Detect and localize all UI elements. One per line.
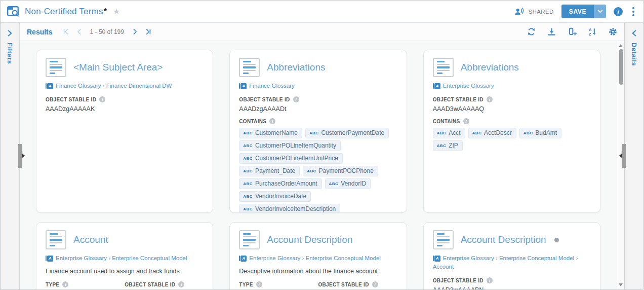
card-header: <Main Subject Area>	[46, 58, 204, 77]
next-page-icon[interactable]	[131, 28, 139, 35]
breadcrumb-link[interactable]: Enterprise Glossary	[249, 255, 300, 261]
more-options-icon[interactable]	[632, 11, 634, 13]
scrollbar-thumb[interactable]	[619, 49, 623, 85]
fields-row: TYPEEntityOBJECT STABLE IDAAAD3wAAAABC	[46, 281, 204, 289]
contains-tag[interactable]: ABCPurchaseOrderAmount	[239, 178, 321, 189]
breadcrumb-link[interactable]: Enterprise Conceptual Model	[306, 255, 381, 261]
term-title[interactable]: Account	[73, 234, 108, 245]
add-object-icon[interactable]	[568, 27, 577, 36]
glossary-icon	[239, 83, 247, 89]
breadcrumb: Enterprise Glossary › Enterprise Concept…	[46, 254, 204, 263]
field-value: AAADzgAAAAAK	[46, 105, 204, 113]
breadcrumb-links: Enterprise Glossary › Enterprise Concept…	[249, 255, 381, 261]
term-card[interactable]: Account Description Enterprise Glossary …	[423, 222, 600, 289]
field-value: AAADzgAAAADt	[239, 105, 397, 113]
details-panel-collapsed[interactable]: Details	[624, 23, 643, 289]
term-icon	[433, 58, 454, 77]
contains-tag[interactable]: ABCZIP	[433, 140, 463, 151]
glossary-icon	[46, 83, 53, 89]
term-card[interactable]: <Main Subject Area> Finance Glossary › F…	[36, 50, 213, 213]
term-card[interactable]: Abbreviations Finance Glossary OBJECT ST…	[229, 50, 407, 213]
abc-type-icon: ABC	[243, 131, 253, 135]
term-card[interactable]: Account Enterprise Glossary › Enterprise…	[36, 222, 213, 289]
results-tab[interactable]: Results	[27, 28, 53, 36]
scroll-up-arrow[interactable]	[619, 44, 623, 47]
header-bar: Non-Certified Terms * SHARED SAVE	[1, 1, 643, 23]
header-actions: SHARED SAVE	[514, 5, 636, 18]
contains-tag[interactable]: ABCCustomerPOLineItemQuantity	[239, 140, 341, 151]
info-icon	[372, 281, 378, 287]
term-description: Finance account used to assign and track…	[46, 267, 204, 275]
previous-page-icon[interactable]	[75, 28, 83, 35]
breadcrumb-links: Enterprise Glossary	[443, 83, 494, 89]
breadcrumb-link[interactable]: Finance Dimensional DW	[106, 83, 172, 89]
settings-gear-icon[interactable]	[609, 27, 617, 36]
breadcrumb-link[interactable]: Enterprise Glossary	[443, 83, 494, 89]
term-title[interactable]: Account Description	[267, 234, 352, 245]
term-title[interactable]: Account Description	[461, 234, 546, 245]
breadcrumb-link[interactable]: Finance Glossary	[56, 83, 101, 89]
contains-tag[interactable]: ABCBudAmt	[519, 128, 561, 138]
filters-panel-label[interactable]: Filters	[6, 43, 14, 64]
card-header: Abbreviations	[433, 58, 591, 77]
filters-drag-handle[interactable]	[18, 144, 22, 168]
download-icon[interactable]	[547, 27, 556, 36]
breadcrumb-link[interactable]: Finance Glossary	[249, 83, 294, 89]
app-window: Non-Certified Terms * SHARED SAVE	[0, 0, 644, 290]
term-card[interactable]: Account Description Enterprise Glossary …	[229, 222, 407, 289]
contains-tag[interactable]: ABCAcctDescr	[468, 128, 516, 138]
field: OBJECT STABLE IDAAAD3wAAAABC	[125, 281, 204, 289]
breadcrumb-link[interactable]: Account	[433, 264, 454, 270]
info-icon[interactable]	[614, 7, 623, 16]
card-header: Abbreviations	[239, 58, 397, 77]
refresh-icon[interactable]	[527, 27, 536, 36]
contains-tag[interactable]: ABCVendorInvoiceItemDescription	[239, 204, 340, 213]
breadcrumb: Enterprise Glossary	[433, 82, 591, 90]
card-header: Account Description	[239, 230, 397, 249]
page-title: Non-Certified Terms	[25, 7, 103, 17]
breadcrumb-link[interactable]: Enterprise Glossary	[56, 255, 107, 261]
sort-az-icon[interactable]: A Z	[588, 27, 597, 36]
save-split-button[interactable]: SAVE	[561, 5, 606, 18]
abc-type-icon: ABC	[243, 143, 253, 148]
expand-filters-icon[interactable]	[8, 30, 12, 37]
breadcrumb-link[interactable]: Enterprise Conceptual Model	[499, 255, 574, 261]
term-title[interactable]: <Main Subject Area>	[73, 62, 163, 73]
glossary-icon	[46, 256, 53, 262]
abc-type-icon: ABC	[437, 131, 447, 135]
term-title[interactable]: Abbreviations	[461, 62, 519, 73]
info-icon	[99, 96, 105, 102]
save-button[interactable]: SAVE	[561, 5, 594, 18]
contains-tag[interactable]: ABCCustomerPaymentDate	[305, 128, 389, 138]
term-card[interactable]: Abbreviations Enterprise Glossary OBJECT…	[423, 50, 600, 213]
contains-tag[interactable]: ABCPaymentPOCPhone	[303, 166, 378, 176]
breadcrumb-link[interactable]: Enterprise Glossary	[443, 255, 494, 261]
abc-type-icon: ABC	[243, 194, 253, 199]
details-drag-handle[interactable]	[622, 144, 626, 168]
field: TYPEEntity	[46, 281, 125, 289]
term-description: Descriptive information about the financ…	[239, 267, 397, 275]
svg-text:Z: Z	[589, 32, 591, 36]
details-panel-label[interactable]: Details	[630, 43, 638, 66]
last-page-icon[interactable]	[145, 28, 152, 35]
body: Filters Results 1 - 50 of 199	[1, 23, 643, 289]
info-icon	[269, 118, 275, 124]
svg-text:A: A	[589, 27, 592, 32]
term-icon	[46, 230, 66, 249]
term-title[interactable]: Abbreviations	[267, 62, 325, 73]
scroll-down-arrow[interactable]	[619, 283, 623, 286]
contains-tag[interactable]: ABCVendorInvoiceDate	[239, 191, 311, 202]
contains-tag[interactable]: ABCVendorID	[325, 178, 371, 189]
breadcrumb-link[interactable]: Enterprise Conceptual Model	[112, 255, 187, 261]
filters-panel-collapsed[interactable]: Filters	[1, 23, 20, 289]
expand-details-icon[interactable]	[632, 30, 636, 37]
contains-tag[interactable]: ABCCustomerName	[239, 128, 302, 138]
card-header: Account	[46, 230, 204, 249]
contains-tag[interactable]: ABCAcct	[433, 128, 465, 138]
contains-tag[interactable]: ABCCustomerPOLineItemUnitPrice	[239, 153, 343, 164]
save-dropdown-button[interactable]	[594, 5, 606, 18]
term-icon	[239, 230, 260, 249]
favorite-star-icon[interactable]	[113, 8, 120, 16]
contains-tag[interactable]: ABCPayment_Date	[239, 166, 300, 176]
first-page-icon[interactable]	[62, 28, 69, 35]
